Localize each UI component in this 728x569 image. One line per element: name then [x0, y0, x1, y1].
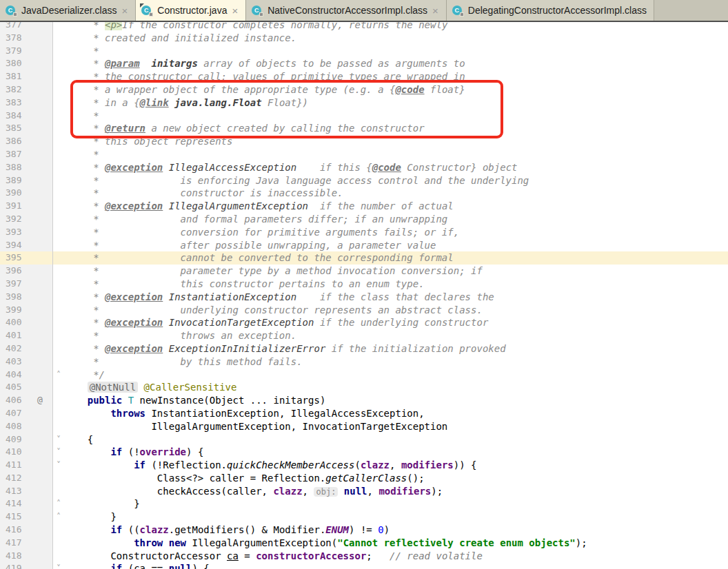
code-line[interactable]: 392 * and formal parameters differ; if a… [0, 213, 728, 226]
fold-up-icon[interactable]: ˄ [53, 510, 64, 524]
code-line[interactable]: 407 throws InstantiationException, Illeg… [0, 407, 728, 420]
code-line[interactable]: 391 * @exception IllegalArgumentExceptio… [0, 200, 728, 213]
code-text: } [64, 510, 117, 524]
fold-spacer [53, 381, 64, 394]
tab-javadeserializer-class[interactable]: CJavaDeserializer.class× [0, 0, 136, 21]
code-text: if (ca == null) { [64, 562, 210, 569]
tab-delegatingconstructoraccessorimpl-class[interactable]: CDelegatingConstructorAccessorImpl.class [447, 0, 654, 21]
fold-spacer [53, 239, 64, 252]
code-line[interactable]: 395 * cannot be converted to the corresp… [0, 251, 728, 265]
fold-spacer [53, 420, 64, 433]
tab-nativeconstructoraccessorimpl-class[interactable]: CNativeConstructorAccessorImpl.class× [246, 0, 447, 21]
gutter-spacer [30, 83, 50, 96]
code-line[interactable]: 393 * conversion for primitive arguments… [0, 226, 728, 239]
fold-spacer [53, 174, 64, 187]
code-line[interactable]: 377 * <p>If the constructor completes no… [0, 22, 728, 32]
code-line[interactable]: 394 * after possible unwrapping, a param… [0, 239, 728, 252]
code-line[interactable]: 397 * this constructor pertains to an en… [0, 278, 728, 291]
code-line[interactable]: 413 checkAccess(caller, clazz, obj: null… [0, 485, 728, 498]
code-line[interactable]: 402 * @exception ExceptionInInitializerE… [0, 342, 728, 355]
code-line[interactable]: 416 if ((clazz.getModifiers() & Modifier… [0, 524, 728, 537]
code-editor[interactable]: 377 * <p>If the constructor completes no… [0, 22, 728, 569]
code-line[interactable]: 378 * created and initialized instance. [0, 32, 728, 45]
code-line[interactable]: 410˅ if (!override) { [0, 446, 728, 459]
code-line[interactable]: 412 Class<?> caller = Reflection.getCall… [0, 472, 728, 485]
code-line[interactable]: 404˄ */ [0, 369, 728, 382]
gutter-spacer [30, 550, 50, 563]
tab-label: DelegatingConstructorAccessorImpl.class [468, 5, 647, 16]
gutter-spacer [30, 96, 50, 110]
code-text: * [64, 148, 99, 161]
override-marker-icon[interactable]: @ [30, 394, 50, 407]
code-line[interactable]: 398 * @exception InstantiationException … [0, 291, 728, 304]
gutter-spacer [30, 497, 50, 510]
code-text: throw new IllegalArgumentException("Cann… [64, 537, 587, 550]
fold-down-icon[interactable]: ˅ [53, 446, 64, 459]
line-number: 397 [0, 278, 30, 291]
line-number: 385 [0, 122, 30, 135]
gutter-spacer [30, 70, 50, 83]
gutter-spacer [30, 342, 50, 355]
code-line[interactable]: 399 * underlying constructor represents … [0, 304, 728, 317]
code-line[interactable]: 381 * the constructor call; values of pr… [0, 70, 728, 83]
class-icon: C [6, 5, 17, 17]
fold-spacer [53, 394, 64, 407]
close-icon[interactable]: × [432, 6, 439, 16]
code-line[interactable]: 400 * @exception InvocationTargetExcepti… [0, 316, 728, 329]
fold-spacer [53, 135, 64, 148]
line-number: 379 [0, 45, 30, 58]
code-text: * @return a new object created by callin… [64, 122, 425, 135]
tab-constructor-java[interactable]: CConstructor.java× [136, 0, 246, 21]
code-line[interactable]: 384 * [0, 110, 728, 123]
fold-spacer [53, 226, 64, 239]
code-line[interactable]: 380 * @param initargs array of objects t… [0, 57, 728, 70]
code-line[interactable]: 403 * by this method fails. [0, 355, 728, 369]
code-line[interactable]: 389 * is enforcing Java language access … [0, 174, 728, 187]
code-line[interactable]: 390 * constructor is inaccessible. [0, 187, 728, 200]
gutter: 410 [0, 446, 53, 459]
code-line[interactable]: 417 throw new IllegalArgumentException("… [0, 537, 728, 550]
gutter: 394 [0, 239, 53, 252]
code-text: * throws an exception. [64, 329, 296, 342]
fold-down-icon[interactable]: ˅ [53, 562, 64, 569]
code-line[interactable]: 414˄ } [0, 497, 728, 510]
code-line[interactable]: 411˅ if (!Reflection.quickCheckMemberAcc… [0, 459, 728, 472]
line-number: 383 [0, 96, 30, 110]
code-line[interactable]: 385 * @return a new object created by ca… [0, 122, 728, 135]
fold-spacer [53, 291, 64, 304]
code-line[interactable]: 387 * [0, 148, 728, 161]
code-line[interactable]: 382 * a wrapper object of the appropriat… [0, 83, 728, 96]
close-icon[interactable]: × [231, 6, 239, 16]
code-line[interactable]: 379 * [0, 45, 728, 58]
line-number: 419 [0, 562, 30, 569]
code-line[interactable]: 415˄ } [0, 510, 728, 524]
fold-spacer [53, 200, 64, 213]
gutter-spacer [30, 407, 50, 420]
gutter: 404 [0, 369, 53, 382]
code-text: * constructor is inaccessible. [64, 187, 343, 200]
code-line[interactable]: 409˅ { [0, 433, 728, 446]
line-number: 408 [0, 420, 30, 433]
gutter: 377 [0, 22, 53, 32]
line-number: 400 [0, 316, 30, 329]
fold-down-icon[interactable]: ˅ [53, 459, 64, 472]
code-line[interactable]: 419˅ if (ca == null) { [0, 562, 728, 569]
fold-up-icon[interactable]: ˄ [53, 369, 64, 382]
close-icon[interactable]: × [121, 6, 129, 16]
code-line[interactable]: 418 ConstructorAccessor ca = constructor… [0, 550, 728, 563]
code-line[interactable]: 388 * @exception IllegalAccessException … [0, 161, 728, 174]
code-text: * this constructor pertains to an enum t… [64, 278, 425, 291]
code-line[interactable]: 386 * this object represents [0, 135, 728, 148]
code-text: ConstructorAccessor ca = constructorAcce… [64, 550, 483, 563]
fold-up-icon[interactable]: ˄ [53, 497, 64, 510]
code-line[interactable]: 406@ public T newInstance(Object ... ini… [0, 394, 728, 407]
fold-down-icon[interactable]: ˅ [53, 433, 64, 446]
code-line[interactable]: 396 * parameter type by a method invocat… [0, 265, 728, 278]
gutter-spacer [30, 459, 50, 472]
code-line[interactable]: 383 * in a {@link java.lang.Float Float}… [0, 96, 728, 110]
code-line[interactable]: 401 * throws an exception. [0, 329, 728, 342]
code-line[interactable]: 408 IllegalArgumentException, Invocation… [0, 420, 728, 433]
gutter: 416 [0, 524, 53, 537]
code-line[interactable]: 405 @NotNull @CallerSensitive [0, 381, 728, 394]
line-number: 410 [0, 446, 30, 459]
